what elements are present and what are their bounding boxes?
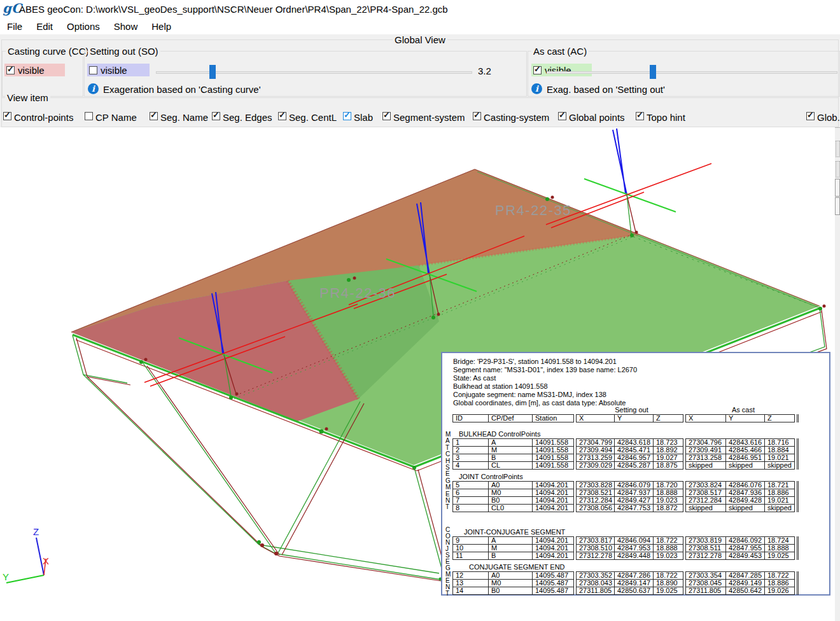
table-cell: 19.025 [653, 587, 683, 595]
table-cell-group: XYZ [685, 414, 795, 422]
table-cell: skipped [685, 461, 726, 470]
view-item-global-points[interactable]: ✓Global points [558, 112, 625, 123]
table-cell: 42845.287 [614, 461, 654, 470]
menu-item-show[interactable]: Show [107, 19, 145, 34]
as-cast-slider-handle[interactable] [650, 65, 656, 79]
info-icon: i [88, 83, 99, 94]
table-cell: skipped [725, 504, 765, 512]
checkbox-label: Seg. CentL [289, 112, 337, 123]
table-cell: 11 [452, 552, 489, 560]
checkbox[interactable]: ✓ [150, 112, 158, 120]
table-cell: 42849.448 [614, 552, 654, 560]
checkbox[interactable]: ✓ [212, 112, 220, 120]
table-section: BULKHEAD ControlPoints1A14091.55827304.7… [442, 430, 799, 470]
panel-header-line: Bridge: 'P29-P31-S', station 14091.558 t… [453, 358, 617, 365]
as-cast-visible-row: ✓ visible [531, 64, 592, 76]
menu-item-options[interactable]: Options [60, 19, 107, 34]
view-item-segment-system[interactable]: ✓Segment-system [382, 112, 465, 123]
table-cell: 14094.201 [532, 552, 574, 560]
checkbox[interactable] [85, 112, 93, 120]
window-title: ABES geoCon: D:\work\VSL_geoDes_support\… [19, 4, 448, 15]
as-cast-slider-groove[interactable] [547, 71, 837, 74]
view-item-groupbox: View item ✓Control-pointsCP Name✓Seg. Na… [1, 97, 839, 127]
view-item-seg-name[interactable]: ✓Seg. Name [150, 112, 208, 123]
checkbox[interactable]: ✓ [636, 112, 644, 120]
side-toolbar [835, 127, 840, 621]
axis-z-label: Z [33, 526, 39, 537]
table-section: CONJUGATE SEGMENT END12A014095.48727303.… [442, 563, 799, 595]
marker-strut [627, 195, 631, 235]
table-cell-group: 14B014095.487 [452, 587, 574, 595]
table-row-end-mark [797, 504, 799, 512]
side-toolbar-button[interactable] [836, 141, 840, 157]
checkbox[interactable]: ✓ [343, 112, 351, 120]
as-cast-visible-checkbox[interactable]: ✓ [533, 66, 542, 74]
checkbox[interactable]: ✓ [382, 112, 391, 120]
topo-hint-blue-line [613, 129, 627, 195]
view-item-glob-[interactable]: ✓Glob. [806, 112, 840, 123]
view-item-control-points[interactable]: ✓Control-points [3, 112, 73, 123]
table-row: 14B014095.48727311.80542850.63719.025273… [452, 587, 799, 595]
checkbox[interactable]: ✓ [806, 112, 815, 120]
side-toolbar-button[interactable] [835, 197, 840, 215]
checkbox-label: Slab [354, 112, 373, 123]
menu-bar: FileEditOptionsShowHelp [0, 18, 840, 34]
table-cell-group: 8CL014094.201 [452, 504, 574, 512]
checkbox[interactable]: ✓ [278, 112, 286, 120]
table-row: 4CL14091.55827309.02942845.28718.875skip… [452, 461, 799, 470]
menu-item-edit[interactable]: Edit [29, 19, 60, 34]
view-item-label: View item [5, 92, 50, 103]
group-header-setting-out: Setting out [577, 406, 686, 414]
table-cell: CL0 [488, 504, 533, 512]
view-item-casting-system[interactable]: ✓Casting-system [473, 112, 549, 123]
setting-out-visible-checkbox[interactable] [89, 66, 97, 74]
table-cell: 42850.642 [725, 587, 765, 595]
table-cell: CL [488, 461, 533, 470]
view-item-seg-centl[interactable]: ✓Seg. CentL [278, 112, 337, 123]
table-cell: Y [725, 414, 765, 422]
table-section-title: BULKHEAD ControlPoints [459, 430, 799, 438]
table-cell: skipped [685, 504, 726, 512]
setting-out-visible-text: visible [101, 65, 127, 76]
table-cell: B [488, 552, 533, 560]
info-icon: i [531, 83, 542, 94]
panel-header-line: Bulkhead at station 14091.558 [453, 382, 548, 390]
checkbox[interactable]: ✓ [3, 112, 11, 120]
menu-item-help[interactable]: Help [144, 19, 178, 34]
side-toolbar-button[interactable] [836, 161, 840, 178]
table-cell-group: skippedskippedskipped [685, 461, 795, 470]
menu-item-file[interactable]: File [0, 19, 29, 34]
table-cell-group: 4CL14091.558 [452, 461, 574, 470]
axis-x-label: X [43, 555, 49, 566]
view-item-seg-edges[interactable]: ✓Seg. Edges [212, 112, 272, 123]
side-toolbar-button[interactable] [835, 179, 840, 197]
table-cell: 14 [452, 587, 489, 595]
checkbox-label: Segment-system [393, 112, 465, 123]
table-cell-group: 27311.80542850.64219.026 [685, 587, 795, 595]
view-item-topo-hint[interactable]: ✓Topo hint [636, 112, 685, 123]
setting-out-slider-groove[interactable] [156, 71, 472, 74]
table-cell: 14095.487 [532, 587, 574, 595]
table-cell: 27309.029 [576, 461, 615, 470]
setting-out-slider-handle[interactable] [209, 65, 216, 79]
checkbox-label: Control-points [14, 112, 73, 123]
axis-y-line [6, 575, 44, 583]
table-row: 8CL014094.20127308.05642847.75318.872ski… [452, 504, 799, 512]
table-cell: 27311.805 [576, 587, 615, 595]
view-item-cp-name[interactable]: CP Name [85, 112, 137, 123]
casting-curve-label: Casting curve (CC) [6, 46, 91, 57]
title-bar: gC ABES geoCon: D:\work\VSL_geoDes_suppo… [0, 0, 840, 18]
view-item-slab[interactable]: ✓Slab [343, 112, 373, 123]
checkbox[interactable]: ✓ [473, 112, 481, 120]
panel-header-line: Segment name: "MS31-D01", index 139 base… [453, 366, 637, 373]
axis-y-label: Y [3, 571, 9, 582]
table-cell: B0 [488, 587, 533, 595]
table-cell: skipped [764, 504, 795, 512]
table-cell: skipped [764, 461, 795, 470]
table-cell: Z [764, 414, 795, 422]
table-row: IDCP/DefStationXYZXYZ [452, 414, 799, 422]
checkbox[interactable]: ✓ [558, 112, 566, 120]
table-row-end-mark [797, 552, 799, 560]
marker-strut [627, 195, 636, 232]
casting-curve-visible-checkbox[interactable]: ✓ [6, 66, 15, 74]
